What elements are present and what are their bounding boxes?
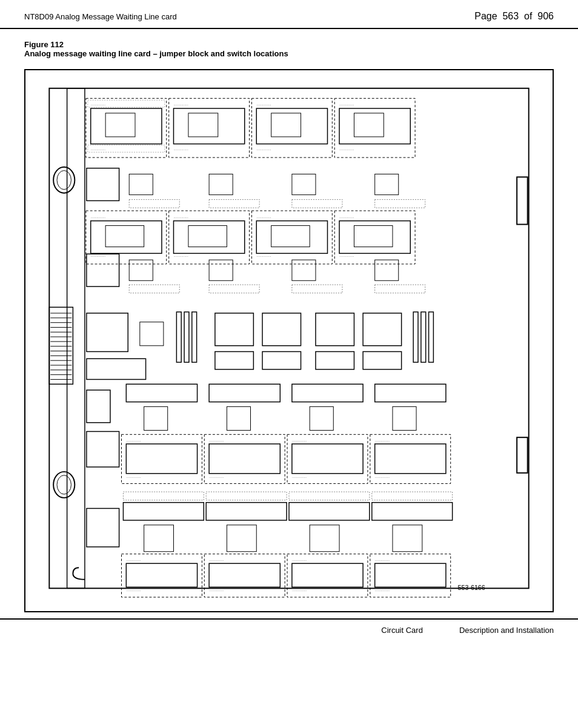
- svg-rect-97: [215, 352, 254, 369]
- svg-text:...............: ...............: [173, 102, 188, 106]
- svg-text:...............: ...............: [209, 558, 224, 561]
- svg-rect-62: [188, 225, 227, 247]
- diagram-wrapper: ............... ............... ........…: [24, 69, 554, 612]
- svg-text:...............: ...............: [292, 588, 307, 592]
- svg-rect-83: [375, 285, 425, 293]
- svg-text:...............: ...............: [339, 215, 354, 219]
- svg-text:...............: ...............: [256, 147, 271, 151]
- svg-rect-84: [87, 313, 128, 352]
- svg-text:...............: ...............: [339, 102, 354, 106]
- svg-rect-42: [339, 108, 410, 144]
- svg-point-21: [57, 171, 71, 190]
- svg-rect-91: [262, 313, 301, 346]
- svg-rect-47: [129, 174, 153, 194]
- svg-rect-17: [67, 88, 85, 589]
- ref-number: 553-6166: [457, 584, 485, 591]
- figure-caption: Figure 112 Analog message waiting line c…: [0, 29, 578, 64]
- svg-rect-153: [375, 563, 446, 587]
- svg-rect-18: [517, 177, 528, 224]
- svg-point-23: [57, 475, 71, 494]
- page-of: of: [524, 11, 532, 21]
- svg-text:...............: ...............: [292, 438, 307, 442]
- svg-text:...............: ...............: [173, 254, 188, 257]
- svg-rect-48: [209, 174, 233, 194]
- svg-rect-103: [209, 384, 280, 402]
- svg-rect-78: [292, 260, 316, 280]
- circuit-board-diagram: ............... ............... ........…: [32, 76, 546, 603]
- svg-text:...............: ...............: [339, 254, 354, 257]
- svg-text:...............: ...............: [126, 475, 141, 478]
- svg-rect-141: [126, 563, 197, 587]
- svg-rect-132: [206, 503, 287, 520]
- svg-rect-32: [173, 108, 244, 144]
- svg-rect-27: [105, 113, 135, 137]
- svg-text:...............: ...............: [292, 558, 307, 561]
- svg-text:...............: ...............: [375, 558, 390, 561]
- svg-rect-90: [215, 313, 254, 346]
- svg-text:...............: ...............: [209, 475, 224, 478]
- svg-rect-116: [209, 444, 280, 474]
- svg-rect-137: [310, 525, 339, 552]
- svg-rect-88: [184, 312, 189, 362]
- svg-rect-108: [310, 406, 333, 430]
- svg-rect-19: [517, 437, 528, 473]
- page-total: 906: [537, 11, 554, 21]
- svg-rect-38: [271, 113, 301, 137]
- svg-rect-99: [316, 352, 354, 369]
- svg-text:...............: ...............: [209, 588, 224, 592]
- svg-rect-130: [372, 492, 453, 500]
- svg-text:...............: ...............: [126, 558, 141, 561]
- svg-text:...............: ...............: [91, 147, 106, 151]
- svg-rect-50: [375, 174, 399, 194]
- svg-rect-134: [372, 503, 453, 520]
- svg-rect-37: [256, 108, 327, 144]
- svg-rect-49: [292, 174, 316, 194]
- svg-rect-54: [375, 199, 425, 208]
- svg-rect-133: [289, 503, 370, 520]
- svg-rect-102: [126, 384, 197, 402]
- svg-rect-1: [49, 307, 73, 384]
- svg-rect-106: [144, 406, 168, 430]
- svg-rect-104: [292, 384, 363, 402]
- svg-point-20: [53, 167, 75, 193]
- svg-rect-26: [91, 108, 162, 144]
- svg-rect-80: [129, 285, 179, 293]
- svg-text:...............: ...............: [209, 438, 224, 442]
- svg-rect-95: [421, 312, 426, 362]
- page-label: Page: [474, 11, 497, 21]
- svg-rect-138: [393, 525, 422, 552]
- svg-rect-94: [413, 312, 418, 362]
- svg-rect-93: [363, 313, 402, 346]
- svg-text:...............: ...............: [375, 475, 390, 478]
- svg-rect-149: [292, 563, 363, 587]
- svg-text:...............: ...............: [339, 147, 354, 151]
- svg-rect-82: [292, 285, 342, 293]
- footer-left: Circuit Card: [381, 626, 423, 635]
- svg-rect-86: [140, 322, 164, 346]
- svg-rect-109: [393, 406, 416, 430]
- svg-rect-124: [375, 444, 446, 474]
- svg-rect-87: [176, 312, 181, 362]
- svg-rect-81: [209, 285, 259, 293]
- svg-rect-101: [87, 390, 110, 423]
- svg-rect-112: [126, 444, 197, 474]
- svg-text:...............: ...............: [256, 215, 271, 219]
- svg-point-22: [53, 472, 75, 498]
- svg-rect-107: [227, 406, 250, 430]
- svg-rect-33: [188, 113, 218, 137]
- svg-text:...............: ...............: [126, 588, 141, 592]
- svg-text:...............: ...............: [375, 588, 390, 592]
- page-current: 563: [502, 11, 519, 21]
- svg-text:...............: ...............: [256, 102, 271, 106]
- svg-rect-51: [129, 199, 179, 208]
- svg-rect-139: [87, 508, 119, 547]
- svg-rect-127: [123, 492, 204, 500]
- figure-title: Analog message waiting line card – jumpe…: [24, 49, 554, 58]
- svg-text:...............: ...............: [173, 215, 188, 219]
- svg-rect-72: [354, 225, 393, 247]
- svg-rect-100: [363, 352, 402, 369]
- footer-right: Description and Installation: [459, 626, 554, 635]
- svg-rect-96: [429, 312, 434, 362]
- svg-text:...............: ...............: [91, 254, 106, 257]
- svg-rect-46: [87, 168, 119, 201]
